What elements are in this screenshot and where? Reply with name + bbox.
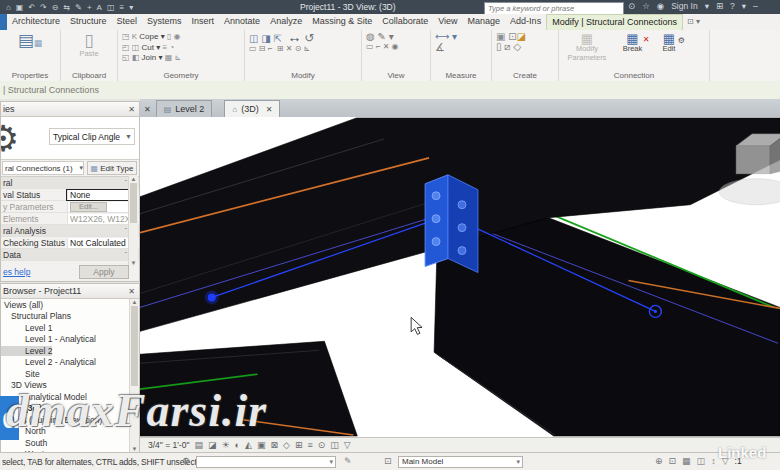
property-group-header[interactable]: ralˆ	[1, 177, 139, 189]
detail-level-icon[interactable]: ▤	[194, 440, 203, 450]
crop-view-icon[interactable]: ▣	[257, 440, 266, 450]
drawing-area[interactable]	[140, 117, 780, 437]
type-selector-combo[interactable]: Typical Clip Angle ▼	[49, 128, 135, 145]
sync-icon[interactable]: ⇆	[64, 3, 71, 12]
sign-in-button[interactable]: Sign In	[671, 1, 697, 11]
default-3d-view-icon[interactable]: ◫	[107, 3, 115, 12]
help-dropdown-icon[interactable]: ▾	[742, 1, 746, 11]
tab-architecture[interactable]: Architecture	[7, 14, 65, 30]
favorites-icon[interactable]: ☆	[642, 1, 650, 11]
scroll-up-icon[interactable]: ▲	[129, 176, 138, 182]
approval-status-value[interactable]: None	[67, 190, 129, 200]
demolish-icon[interactable]: ≡ ◔	[162, 43, 174, 52]
tree-item-structural-plans[interactable]: Structural Plans	[1, 311, 139, 323]
reveal-hidden-elements-icon[interactable]: ≡	[307, 440, 312, 450]
sign-in-dropdown-icon[interactable]: ▾	[705, 1, 709, 11]
save-icon[interactable]: ▣	[16, 3, 24, 12]
type-selector[interactable]: ⚙ Typical Clip Angle ▼	[1, 117, 139, 160]
shadows-icon[interactable]: ◐	[235, 440, 240, 450]
search-input[interactable]	[485, 4, 623, 13]
wall-joins-icon[interactable]: ▦ ⊾	[165, 53, 181, 62]
tree-item-analytical-model[interactable]: Analytical Model	[1, 391, 139, 403]
join-button[interactable]: Join ▾	[142, 53, 163, 62]
paste-icon[interactable]: ▯	[65, 32, 113, 49]
tab-manage[interactable]: Manage	[463, 14, 506, 30]
infocenter-search[interactable]	[484, 2, 624, 15]
properties-help-link[interactable]: es help	[3, 267, 30, 277]
tab-view[interactable]: View	[433, 14, 462, 30]
clip-angle-connection[interactable]	[425, 175, 478, 273]
worksharing-display-icon[interactable]: ⊙	[318, 440, 326, 450]
select-by-face-icon[interactable]: ◫	[697, 456, 706, 466]
ribbon-expander-icon[interactable]: ⊡ ▾	[683, 14, 704, 30]
tab-collaborate[interactable]: Collaborate	[377, 14, 433, 30]
customize-qat-icon[interactable]: ▾	[129, 3, 133, 12]
tab-annotate[interactable]: Annotate	[219, 14, 265, 30]
select-underlay-icon[interactable]: ⊡	[669, 456, 677, 466]
drag-on-selection-icon[interactable]: ↕	[711, 456, 716, 466]
search-go-icon[interactable]: ⊙	[628, 1, 635, 11]
paint-icon[interactable]: ▯ ◉	[167, 32, 181, 41]
checking-status-value[interactable]: Not Calculated	[67, 238, 129, 248]
visual-style-icon[interactable]: ◪	[208, 440, 217, 450]
tree-item-south[interactable]: South	[1, 437, 139, 449]
view-tab-level-2[interactable]: ▤ Level 2	[156, 100, 213, 117]
worksets-icon[interactable]: ⚙	[182, 456, 190, 466]
connection-node[interactable]	[208, 293, 216, 301]
app-store-icon[interactable]: ⊞	[716, 1, 723, 11]
scroll-thumb[interactable]	[130, 183, 137, 223]
tree-item-site[interactable]: Site	[1, 368, 139, 380]
tab-modify-structural-connections[interactable]: Modify | Structural Connections	[546, 14, 683, 30]
file-menu-button[interactable]	[0, 14, 7, 30]
edit-type-button[interactable]: ▦ Edit Type	[87, 161, 137, 175]
cope-button[interactable]: Cope ▾	[139, 32, 164, 41]
select-links-icon[interactable]: ⊕	[655, 456, 663, 466]
cut-button[interactable]: Cut ▾	[142, 43, 161, 52]
aligned-dimension-icon[interactable]: +	[87, 3, 92, 12]
tab-addins[interactable]: Add-Ins	[505, 14, 546, 30]
tree-item-elevations[interactable]: ations (Building Elevation)	[1, 414, 139, 426]
edit-parameters-button[interactable]: Edit...	[70, 202, 107, 212]
scroll-up-icon[interactable]: ▲	[130, 299, 139, 305]
apply-button[interactable]: Apply	[79, 265, 129, 279]
tab-systems[interactable]: Systems	[142, 14, 187, 30]
workset-combo[interactable]: ▾	[196, 456, 336, 468]
profile-icon[interactable]: ◉	[657, 1, 664, 11]
tab-steel[interactable]: Steel	[112, 14, 143, 30]
worksets-icon[interactable]: ≡	[120, 3, 125, 12]
break-connection-button[interactable]: ▦✕ Break	[617, 32, 647, 54]
tab-analyze[interactable]: Analyze	[265, 14, 307, 30]
property-group-header[interactable]: ral Analysisˆ	[1, 225, 139, 237]
tree-item-level-1[interactable]: Level 1	[1, 322, 139, 334]
render-icon[interactable]: ◭	[245, 440, 252, 450]
tab-insert[interactable]: Insert	[187, 14, 220, 30]
close-icon[interactable]: ✕	[128, 105, 135, 114]
collapse-icon[interactable]: ˆ	[125, 251, 127, 258]
join-geometry-icon[interactable]: ◱ ◧	[122, 53, 142, 62]
view-tab-3d[interactable]: ⌂ (3D) ✕	[224, 100, 280, 117]
scroll-thumb[interactable]	[131, 306, 138, 386]
close-view-icon[interactable]: ✕	[266, 105, 273, 114]
tree-item-level-1-analytical[interactable]: Level 1 - Analytical	[1, 334, 139, 346]
coping-icon[interactable]: ◳ K	[122, 32, 139, 41]
measure-icon[interactable]: ✎	[75, 3, 82, 12]
project-browser-header[interactable]: Browser - Project11 ✕	[1, 284, 139, 299]
instance-selector-combo[interactable]: ral Connections (1) ▾	[2, 161, 84, 175]
select-pinned-elements-icon[interactable]: ▦	[682, 456, 691, 466]
tree-item-3d[interactable]: (3D)	[1, 403, 139, 415]
undo-icon[interactable]: ↶	[28, 3, 35, 12]
sun-path-icon[interactable]: ☀	[221, 440, 229, 450]
scale-button[interactable]: 3/4" = 1'-0"	[148, 440, 189, 450]
tree-item-north[interactable]: North	[1, 426, 139, 438]
property-group-header[interactable]: Dataˆ	[1, 249, 139, 261]
tree-item-views-all[interactable]: Views (all)	[1, 299, 139, 311]
cut-geometry-icon[interactable]: ◰ ◫	[122, 43, 142, 52]
edit-connection-button[interactable]: ▦⚙ Edit	[656, 32, 682, 54]
browser-scrollbar[interactable]: ▲ ▼	[129, 299, 139, 452]
tab-structure[interactable]: Structure	[65, 14, 112, 30]
properties-palette-header[interactable]: ies ✕	[1, 102, 139, 117]
modify-parameters-button[interactable]: ▦ Modify Parameters	[565, 32, 609, 62]
temporary-view-properties-icon[interactable]: ◫	[330, 440, 339, 450]
analytical-model-icon[interactable]: ▽	[344, 440, 351, 450]
collapse-icon[interactable]: ˆ	[125, 227, 127, 234]
